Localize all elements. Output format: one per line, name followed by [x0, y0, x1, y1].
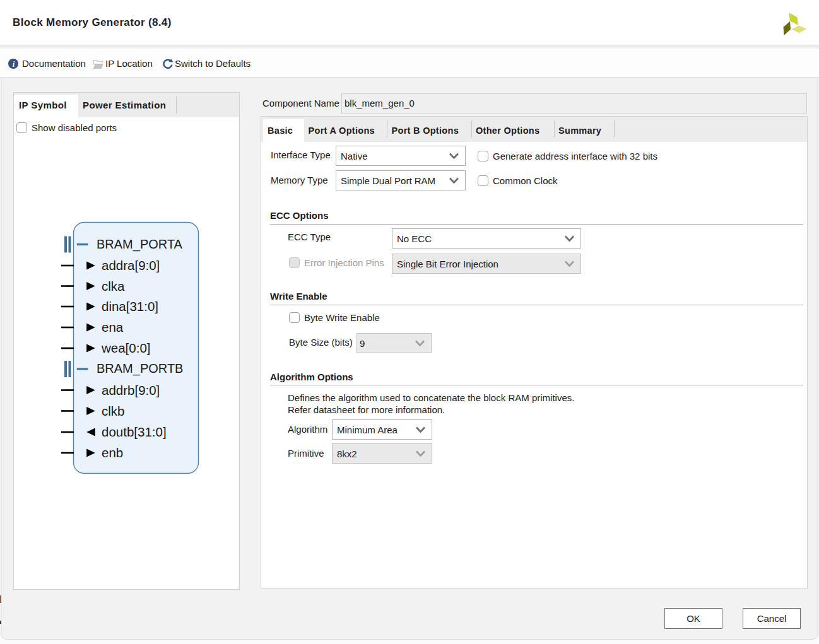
svg-text:wea[0:0]: wea[0:0] [101, 341, 151, 355]
svg-text:clka: clka [102, 279, 125, 293]
svg-text:i: i [13, 60, 15, 69]
svg-text:BRAM_PORTB: BRAM_PORTB [97, 361, 183, 376]
svg-text:BRAM_PORTA: BRAM_PORTA [97, 237, 183, 252]
svg-text:addrb[9:0]: addrb[9:0] [102, 383, 160, 397]
svg-text:enb: enb [102, 445, 123, 460]
svg-text:clkb: clkb [102, 404, 124, 418]
svg-text:dina[31:0]: dina[31:0] [102, 299, 158, 313]
svg-text:doutb[31:0]: doutb[31:0] [102, 424, 167, 439]
svg-text:addra[9:0]: addra[9:0] [102, 258, 160, 272]
svg-text:ena: ena [102, 320, 124, 334]
